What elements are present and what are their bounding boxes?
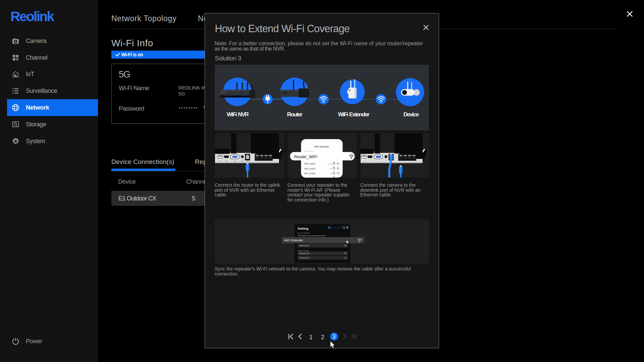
- svg-text:3: 3: [266, 161, 266, 162]
- svg-text:WiFi NVR: WiFi NVR: [227, 111, 249, 118]
- svg-text:USB: USB: [219, 161, 221, 162]
- svg-text:WiFi_test04: WiFi_test04: [304, 177, 316, 178]
- svg-text:Setting: Setting: [298, 227, 308, 230]
- svg-text:WiFi Extender: WiFi Extender: [338, 111, 369, 118]
- svg-text:2: 2: [261, 161, 262, 162]
- svg-text:VGA: VGA: [233, 161, 236, 162]
- svg-text:5G: 5G: [330, 173, 332, 175]
- svg-text:Router: Router: [287, 111, 303, 118]
- svg-text:4: 4: [270, 161, 271, 162]
- svg-text:Other network: Other network: [298, 250, 309, 252]
- svg-text:Audio: Audio: [241, 161, 244, 162]
- svg-text:WiFi_test02: WiFi_test02: [304, 168, 316, 170]
- svg-text:5G: 5G: [330, 168, 332, 170]
- svg-text:Wi-Fi Unstable, Help: Wi-Fi Unstable, Help: [331, 227, 344, 229]
- svg-text:The device is not connected to: The device is not connected to Wi-Fi: [298, 235, 326, 237]
- svg-text:WiFi Extender: WiFi Extender: [284, 239, 303, 242]
- svg-text:WiFi_test01: WiFi_test01: [304, 163, 316, 165]
- svg-text:2.4G: 2.4G: [328, 163, 332, 165]
- svg-text:LAN: LAN: [246, 161, 249, 162]
- svg-text:NVR_Wi-Fi: NVR_Wi-Fi: [299, 245, 309, 247]
- svg-text:WiFi_test03: WiFi_test03: [304, 172, 316, 175]
- svg-text:WiFi Extender: WiFi Extender: [314, 145, 329, 148]
- svg-text:Reolink_5G: Reolink_5G: [299, 257, 310, 259]
- svg-text:Device: Device: [403, 111, 419, 118]
- svg-text:1: 1: [257, 161, 258, 162]
- svg-text:Router_WiFi: Router_WiFi: [294, 155, 317, 159]
- svg-text:Current Wi-Fi: Current Wi-Fi: [304, 150, 313, 152]
- svg-text:Current network: Current network: [298, 232, 310, 234]
- svg-text:HDMI: HDMI: [225, 161, 227, 162]
- svg-text:Reolink_5G: Reolink_5G: [299, 252, 310, 254]
